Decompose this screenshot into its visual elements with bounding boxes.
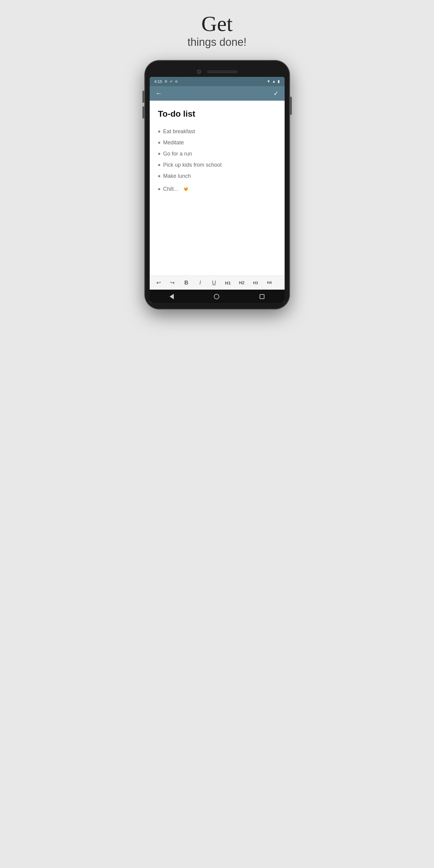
recents-nav-button[interactable]: [260, 294, 264, 299]
list-item[interactable]: Chill...: [158, 182, 276, 196]
status-bar: 4:15 ⚙ ✔ ⊘ ▼ ▲ ▮: [150, 77, 285, 86]
back-button[interactable]: ←: [156, 90, 162, 97]
bullet-icon: [158, 164, 160, 166]
heading3-button[interactable]: H3: [252, 281, 260, 285]
heading2-button[interactable]: H2: [238, 280, 246, 285]
bullet-icon: [158, 175, 160, 177]
bullet-icon: [158, 188, 160, 190]
phone-frame: 4:15 ⚙ ✔ ⊘ ▼ ▲ ▮ ← ✓ To-do list Eat brea…: [145, 61, 290, 309]
redo-button[interactable]: ↪: [168, 279, 177, 286]
bullet-icon: [158, 142, 160, 144]
volume-up-button: [142, 91, 144, 103]
list-item[interactable]: Go for a run: [158, 148, 276, 159]
battery-icon: ▮: [278, 79, 280, 84]
blocked-icon: ⊘: [175, 80, 178, 84]
heading4-button[interactable]: H4: [265, 281, 274, 285]
undo-button[interactable]: ↩: [155, 279, 163, 286]
list-item[interactable]: Eat breakfast: [158, 126, 276, 137]
app-toolbar: ← ✓: [150, 86, 285, 101]
list-item-text: Eat breakfast: [163, 128, 195, 135]
list-item[interactable]: Make lunch: [158, 170, 276, 182]
status-time: 4:15: [155, 79, 162, 84]
signal-icon: ▲: [272, 79, 276, 84]
save-check-button[interactable]: ✓: [273, 90, 278, 97]
status-bar-left: 4:15 ⚙ ✔ ⊘: [155, 79, 178, 84]
list-item-text: Make lunch: [163, 173, 191, 179]
wifi-icon: ▼: [267, 79, 270, 84]
list-item-text: Chill...: [163, 186, 178, 192]
phone-top-hardware: [150, 70, 285, 74]
hero-tagline: things done!: [187, 36, 246, 49]
list-item[interactable]: Pick up kids from school: [158, 159, 276, 170]
back-triangle-icon: [170, 294, 174, 299]
list-item-text: Pick up kids from school: [163, 162, 222, 168]
volume-down-button: [142, 106, 144, 119]
list-item-text: Go for a run: [163, 151, 192, 157]
note-title[interactable]: To-do list: [158, 109, 276, 119]
status-bar-right: ▼ ▲ ▮: [267, 79, 280, 84]
home-circle-icon: [214, 294, 219, 299]
page-headline: Get things done!: [187, 12, 246, 49]
todo-list: Eat breakfast Meditate Go for a run Pick…: [158, 126, 276, 196]
bullet-icon: [158, 153, 160, 155]
bold-button[interactable]: B: [182, 280, 191, 286]
back-nav-button[interactable]: [170, 294, 174, 299]
recents-square-icon: [260, 294, 264, 299]
bullet-icon: [158, 130, 160, 133]
front-camera: [197, 70, 201, 74]
format-toolbar: ↩ ↪ B I U H1 H2 H3 H4: [150, 276, 285, 290]
flame-icon: [182, 184, 190, 194]
bottom-navigation: [150, 290, 285, 303]
note-content: To-do list Eat breakfast Meditate Go for…: [150, 101, 285, 276]
hero-title: Get: [187, 12, 246, 36]
underline-button[interactable]: U: [210, 280, 219, 286]
home-nav-button[interactable]: [214, 294, 219, 299]
phone-screen: 4:15 ⚙ ✔ ⊘ ▼ ▲ ▮ ← ✓ To-do list Eat brea…: [150, 77, 285, 303]
check-badge-icon: ✔: [170, 80, 173, 84]
speaker-grille: [207, 70, 237, 73]
power-button: [290, 97, 292, 115]
gear-icon: ⚙: [164, 80, 167, 84]
list-item-text: Meditate: [163, 140, 184, 146]
heading1-button[interactable]: H1: [224, 280, 232, 285]
italic-button[interactable]: I: [196, 280, 204, 286]
list-item[interactable]: Meditate: [158, 137, 276, 148]
